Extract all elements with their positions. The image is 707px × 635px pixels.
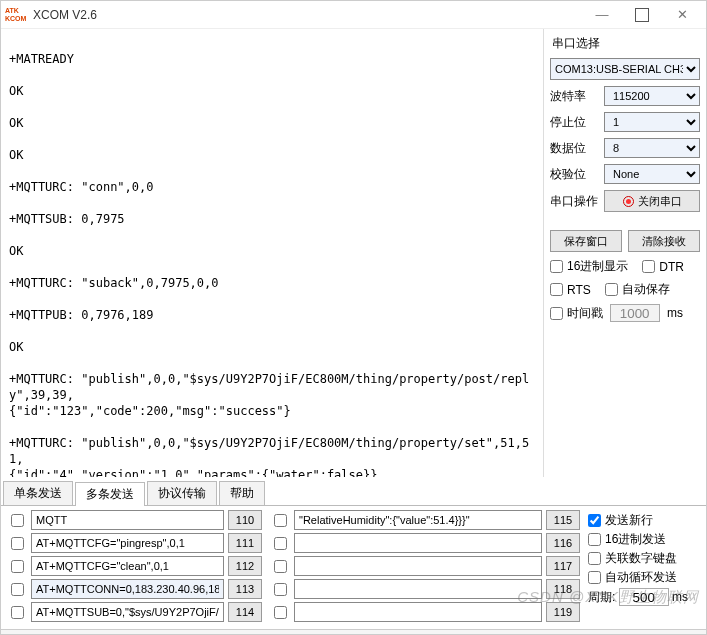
send-input-116[interactable] [294, 533, 542, 553]
send-btn-117[interactable]: 117 [546, 556, 580, 576]
send-btn-116[interactable]: 116 [546, 533, 580, 553]
stop-select[interactable]: 1 [604, 112, 700, 132]
send-input-110[interactable] [31, 510, 224, 530]
autoloop-checkbox[interactable] [588, 571, 601, 584]
save-window-button[interactable]: 保存窗口 [550, 230, 622, 252]
timestamp-checkbox[interactable] [550, 307, 563, 320]
send-ck-118[interactable] [274, 583, 287, 596]
send-ck-111[interactable] [11, 537, 24, 550]
autoloop-label: 自动循环发送 [605, 569, 677, 586]
send-ck-119[interactable] [274, 606, 287, 619]
timestamp-label: 时间戳 [567, 305, 603, 322]
hex-display-label: 16进制显示 [567, 258, 628, 275]
window-title: XCOM V2.6 [33, 8, 97, 22]
hex-display-checkbox[interactable] [550, 260, 563, 273]
baud-label: 波特率 [550, 88, 604, 105]
tab-protocol[interactable]: 协议传输 [147, 481, 217, 505]
newline-label: 发送新行 [605, 512, 653, 529]
port-section-title: 串口选择 [552, 35, 700, 52]
send-input-115[interactable] [294, 510, 542, 530]
send-input-112[interactable] [31, 556, 224, 576]
send-btn-111[interactable]: 111 [228, 533, 262, 553]
tab-multi-send[interactable]: 多条发送 [75, 482, 145, 506]
minimize-icon[interactable]: — [582, 2, 622, 28]
rts-checkbox[interactable] [550, 283, 563, 296]
parity-select[interactable]: None [604, 164, 700, 184]
dtr-checkbox[interactable] [642, 260, 655, 273]
send-input-119[interactable] [294, 602, 542, 622]
send-ck-116[interactable] [274, 537, 287, 550]
terminal-output: +MATREADY OK OK OK +MQTTURC: "conn",0,0 … [1, 29, 543, 477]
tab-single-send[interactable]: 单条发送 [3, 481, 73, 505]
port-select[interactable]: COM13:USB-SERIAL CH34 [550, 58, 700, 80]
data-select[interactable]: 8 [604, 138, 700, 158]
watermark: CSDN @XNK野生物联网 [517, 588, 699, 607]
send-ck-113[interactable] [11, 583, 24, 596]
op-label: 串口操作 [550, 193, 604, 210]
timestamp-input[interactable] [610, 304, 660, 322]
send-input-117[interactable] [294, 556, 542, 576]
data-label: 数据位 [550, 140, 604, 157]
ms-label: ms [667, 306, 683, 320]
autosave-label: 自动保存 [622, 281, 670, 298]
send-ck-110[interactable] [11, 514, 24, 527]
numpad-checkbox[interactable] [588, 552, 601, 565]
send-btn-112[interactable]: 112 [228, 556, 262, 576]
send-btn-110[interactable]: 110 [228, 510, 262, 530]
dtr-label: DTR [659, 260, 684, 274]
hex-send-label: 16进制发送 [605, 531, 666, 548]
send-input-111[interactable] [31, 533, 224, 553]
maximize-icon[interactable] [622, 2, 662, 28]
brand-icon: ATK KCOM [5, 5, 29, 25]
send-ck-117[interactable] [274, 560, 287, 573]
newline-checkbox[interactable] [588, 514, 601, 527]
close-icon[interactable]: ✕ [662, 2, 702, 28]
send-btn-114[interactable]: 114 [228, 602, 262, 622]
close-port-button[interactable]: 关闭串口 [604, 190, 700, 212]
send-btn-113[interactable]: 113 [228, 579, 262, 599]
baud-select[interactable]: 115200 [604, 86, 700, 106]
clear-recv-button[interactable]: 清除接收 [628, 230, 700, 252]
send-btn-115[interactable]: 115 [546, 510, 580, 530]
autosave-checkbox[interactable] [605, 283, 618, 296]
hex-send-checkbox[interactable] [588, 533, 601, 546]
send-ck-115[interactable] [274, 514, 287, 527]
send-input-113[interactable] [31, 579, 224, 599]
rts-label: RTS [567, 283, 591, 297]
send-ck-114[interactable] [11, 606, 24, 619]
stop-label: 停止位 [550, 114, 604, 131]
send-ck-112[interactable] [11, 560, 24, 573]
send-input-118[interactable] [294, 579, 542, 599]
parity-label: 校验位 [550, 166, 604, 183]
send-input-114[interactable] [31, 602, 224, 622]
record-icon [623, 196, 634, 207]
numpad-label: 关联数字键盘 [605, 550, 677, 567]
tab-help[interactable]: 帮助 [219, 481, 265, 505]
